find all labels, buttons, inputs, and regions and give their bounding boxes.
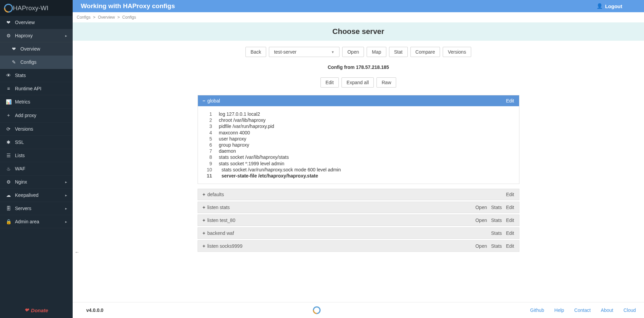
sidebar-item-configs[interactable]: ✎Configs <box>0 56 73 69</box>
topbar: Working with HAProxy configs 👤 Logout <box>73 0 644 12</box>
chevron-right-icon: ▸ <box>65 193 67 198</box>
sidebar-item-ssl[interactable]: ✱SSL <box>0 136 73 149</box>
sidebar-item-admin-area[interactable]: 🔒Admin area▸ <box>0 215 73 228</box>
section-link-open[interactable]: Open <box>475 205 487 210</box>
sidebar-item-label: Nginx <box>15 179 65 185</box>
section-link-edit[interactable]: Edit <box>506 192 514 197</box>
sidebar-item-keepalived[interactable]: ☁Keepalived▸ <box>0 189 73 202</box>
sidebar-item-overview[interactable]: ❤Overview <box>0 16 73 29</box>
stat-button[interactable]: Stat <box>389 47 408 57</box>
lineno: 8 <box>201 154 219 160</box>
section-header[interactable]: +listen test_80OpenStatsEdit <box>198 215 519 226</box>
donate-button[interactable]: ❤ Donate <box>24 307 48 313</box>
section-link-stats[interactable]: Stats <box>491 218 502 223</box>
footer-link-about[interactable]: About <box>601 307 613 313</box>
code-line: 7daemon <box>201 148 516 154</box>
map-button[interactable]: Map <box>367 47 386 57</box>
app-name: HAProxy-WI <box>13 4 49 12</box>
section-header[interactable]: +listen statsOpenStatsEdit <box>198 202 519 213</box>
config-actions: Edit Expand all Raw <box>73 77 644 88</box>
versions-button[interactable]: Versions <box>443 47 471 57</box>
plus-icon: ＋ <box>5 112 12 118</box>
plus-icon: + <box>203 218 205 223</box>
code-line: 6group haproxy <box>201 142 516 148</box>
sidebar-item-label: Servers <box>15 206 65 211</box>
eye-icon: 👁 <box>5 73 12 78</box>
sidebar-nav: ❤Overview⚙Haproxy▸❤Overview✎Configs👁Stat… <box>0 16 73 302</box>
section-links: Edit <box>506 192 514 197</box>
section-link-edit[interactable]: Edit <box>506 218 514 223</box>
sidebar-item-label: Configs <box>20 59 67 65</box>
sidebar-item-haproxy[interactable]: ⚙Haproxy▸ <box>0 29 73 42</box>
lineno: 10 <box>201 167 219 173</box>
sidebar-item-label: Runtime API <box>15 86 67 91</box>
gear-icon: ✱ <box>5 139 12 145</box>
chevron-right-icon: ▸ <box>65 206 67 211</box>
sitemap-icon: ⚙ <box>5 179 12 185</box>
list-icon: ☰ <box>5 153 12 158</box>
section-link-open[interactable]: Open <box>475 243 487 249</box>
section-link-stats[interactable]: Stats <box>491 230 502 236</box>
linetext: pidfile /var/run/haproxy.pid <box>219 123 516 129</box>
section-name: listen socks9999 <box>207 243 476 249</box>
section-link-edit[interactable]: Edit <box>506 230 514 236</box>
config-sections: −globalEdit1log 127.0.0.1 local22chroot … <box>198 95 519 252</box>
breadcrumb-item[interactable]: Overview <box>98 15 115 20</box>
server-icon: 🗄 <box>5 206 12 211</box>
open-button[interactable]: Open <box>342 47 364 57</box>
compare-button[interactable]: Compare <box>410 47 440 57</box>
heartbeat-icon: ❤ <box>5 20 12 25</box>
footer-link-github[interactable]: Github <box>530 307 544 313</box>
section-link-edit[interactable]: Edit <box>506 98 514 104</box>
sidebar-item-lists[interactable]: ☰Lists <box>0 149 73 162</box>
sidebar-item-overview[interactable]: ❤Overview <box>0 42 73 56</box>
server-select-dropdown[interactable]: test-server ▼ <box>269 47 339 57</box>
footer-link-cloud[interactable]: Cloud <box>623 307 636 313</box>
breadcrumb: Configs > Overview > Configs <box>73 12 644 22</box>
edit-icon: ✎ <box>11 59 17 65</box>
section-name: backend waf <box>207 230 491 236</box>
sidebar-item-nginx[interactable]: ⚙Nginx▸ <box>0 175 73 189</box>
sidebar-item-servers[interactable]: 🗄Servers▸ <box>0 202 73 215</box>
user-icon: 👤 <box>596 3 603 9</box>
section-links: StatsEdit <box>491 230 514 236</box>
sidebar-item-label: WAF <box>15 166 67 171</box>
sidebar-item-label: Overview <box>15 20 67 25</box>
edit-button[interactable]: Edit <box>320 77 339 88</box>
section-link-edit[interactable]: Edit <box>506 205 514 210</box>
footer-link-contact[interactable]: Contact <box>574 307 591 313</box>
section-header[interactable]: +listen socks9999OpenStatsEdit <box>198 241 519 251</box>
config-section: +listen socks9999OpenStatsEdit <box>198 240 519 252</box>
back-button[interactable]: Back <box>245 47 266 57</box>
sidebar-item-versions[interactable]: ⟳Versions <box>0 123 73 136</box>
sidebar-item-add-proxy[interactable]: ＋Add proxy <box>0 109 73 123</box>
content: Choose server Back test-server ▼ Open Ma… <box>73 22 644 302</box>
raw-button[interactable]: Raw <box>376 77 396 88</box>
expand-all-button[interactable]: Expand all <box>342 77 374 88</box>
cloud-icon: ☁ <box>5 192 12 198</box>
code-line: 8stats socket /var/lib/haproxy/stats <box>201 154 516 160</box>
section-header[interactable]: +backend wafStatsEdit <box>198 228 519 239</box>
section-header[interactable]: +defaultsEdit <box>198 189 519 200</box>
sidebar-item-metrics[interactable]: 📊Metrics <box>0 95 73 109</box>
app-logo[interactable]: HAProxy-WI <box>0 0 73 16</box>
section-link-open[interactable]: Open <box>475 218 487 223</box>
sidebar-item-runtime-api[interactable]: ≡Runtime API <box>0 82 73 95</box>
section-link-stats[interactable]: Stats <box>491 243 502 249</box>
minus-icon: − <box>203 98 205 104</box>
section-header[interactable]: −globalEdit <box>198 95 519 106</box>
sidebar-item-label: Add proxy <box>15 113 67 118</box>
section-link-stats[interactable]: Stats <box>491 205 502 210</box>
code-line: 10stats socket /var/run/haproxy.sock mod… <box>201 167 516 173</box>
choose-server-heading: Choose server <box>73 22 644 41</box>
section-link-edit[interactable]: Edit <box>506 243 514 249</box>
sidebar-item-waf[interactable]: ♨WAF <box>0 162 73 175</box>
logout-button[interactable]: 👤 Logout <box>596 3 622 9</box>
footer-link-help[interactable]: Help <box>554 307 564 313</box>
sidebar-item-stats[interactable]: 👁Stats <box>0 69 73 82</box>
breadcrumb-item[interactable]: Configs <box>122 15 136 20</box>
plus-icon: + <box>203 192 205 197</box>
breadcrumb-item[interactable]: Configs <box>77 15 91 20</box>
sidebar-collapse-handle[interactable]: ← <box>73 249 81 256</box>
config-section: +backend wafStatsEdit <box>198 227 519 239</box>
